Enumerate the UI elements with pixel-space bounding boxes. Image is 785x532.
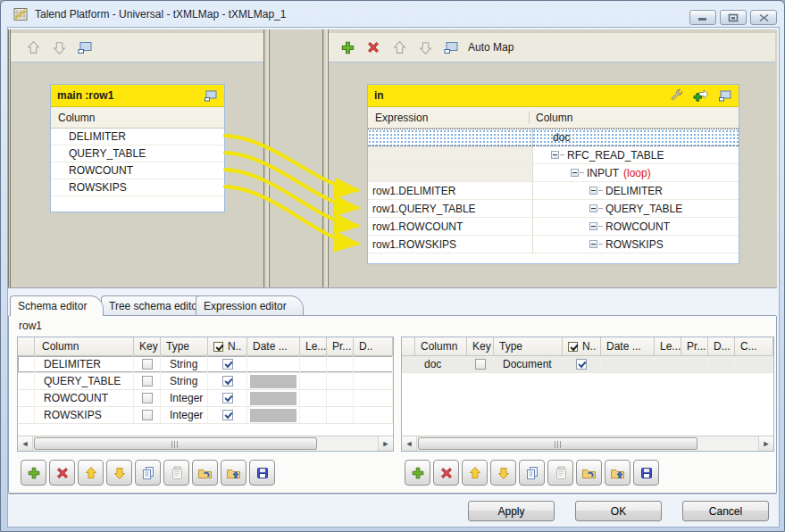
copy-button[interactable] [135,460,161,486]
cancel-button[interactable]: Cancel [682,501,769,521]
tree-row-doc[interactable]: doc [368,129,739,146]
tree-row-rowcount[interactable]: row1.ROWCOUNT ROWCOUNT [368,218,739,236]
nullable-checkbox[interactable] [222,376,233,387]
key-checkbox[interactable] [142,410,153,420]
minimize-table-icon[interactable] [204,89,218,102]
remove-button[interactable] [433,460,459,486]
nullable-checkbox[interactable] [576,359,587,370]
key-checkbox[interactable] [142,376,153,387]
tree-row-delimiter[interactable]: row1.DELIMITER DELIMITER [368,182,739,200]
input-table-header[interactable]: main :row1 [51,85,224,107]
input-row-rowskips[interactable]: ROWSKIPS [51,179,224,196]
add-column-icon[interactable] [693,88,709,104]
collapse-node-icon[interactable] [589,222,597,230]
scrollbar-thumb[interactable] [34,437,317,450]
remove-button[interactable] [49,460,75,486]
wrench-icon[interactable] [669,88,684,104]
plus-icon[interactable] [339,39,355,55]
scroll-left-button[interactable]: ◄ [402,436,417,451]
mapping-link[interactable] [225,153,357,208]
input-row-rowcount[interactable]: ROWCOUNT [51,162,224,179]
expression-cell[interactable] [368,129,533,145]
date-pattern-cell[interactable] [601,356,655,372]
move-up-button[interactable] [78,460,104,486]
ok-button[interactable]: OK [575,501,662,521]
paste-button[interactable] [163,460,189,486]
apply-button[interactable]: Apply [468,501,555,521]
schema-row-delimiter[interactable]: DELIMITER String [18,356,393,373]
window-icon[interactable] [77,39,93,55]
center-sash-right[interactable] [322,29,329,287]
arrow-down-icon[interactable] [417,39,433,55]
scroll-right-button[interactable]: ► [758,436,773,451]
collapse-node-icon[interactable] [551,151,559,159]
add-button[interactable] [405,460,430,486]
nullable-checkbox[interactable] [222,410,233,420]
date-pattern-cell[interactable] [247,390,300,406]
expression-cell[interactable]: row1.DELIMITER [368,182,533,199]
arrow-up-icon[interactable] [391,39,407,55]
tree-row-input-loop[interactable]: INPUT(loop) [368,164,739,182]
output-toolbar: Auto Map [329,33,775,62]
expression-cell[interactable]: row1.ROWSKIPS [368,236,533,253]
mapping-link[interactable] [225,170,357,226]
minimize-button[interactable] [689,10,716,25]
move-down-button[interactable] [106,460,132,486]
input-row-query-table[interactable]: QUERY_TABLE [51,145,224,162]
date-pattern-cell[interactable] [247,373,300,389]
tree-row-query-table[interactable]: row1.QUERY_TABLE QUERY_TABLE [368,200,739,218]
paste-button[interactable] [547,460,573,486]
scroll-right-button[interactable]: ► [378,436,393,451]
nullable-checkbox[interactable] [222,359,233,370]
schema-row-query-table[interactable]: QUERY_TABLE String [18,373,393,390]
tab-expression-editor[interactable]: Expression editor [196,295,304,315]
expression-cell[interactable]: row1.QUERY_TABLE [368,200,533,217]
copy-button[interactable] [519,460,545,486]
left-sash[interactable] [8,29,11,287]
output-table-header[interactable]: in [368,85,739,107]
export-button[interactable] [221,460,246,486]
date-pattern-cell[interactable] [247,356,300,372]
schema-row-rowskips[interactable]: ROWSKIPS Integer [18,407,393,424]
window-icon[interactable] [443,39,459,55]
key-checkbox[interactable] [475,359,486,370]
import-button[interactable] [192,460,218,486]
expression-cell[interactable]: row1.ROWCOUNT [368,218,533,235]
minimize-table-icon[interactable] [718,89,732,102]
tree-row-rfc-read-table[interactable]: RFC_READ_TABLE [368,146,739,164]
nullable-checkbox[interactable] [222,393,233,403]
move-up-button[interactable] [462,460,488,486]
arrow-down-icon[interactable] [51,39,67,55]
save-button[interactable] [633,460,659,486]
mapping-link[interactable] [225,136,357,190]
scroll-left-button[interactable]: ◄ [18,436,33,451]
collapse-node-icon[interactable] [589,204,597,212]
cross-icon[interactable] [365,39,381,55]
mapping-link[interactable] [225,187,357,244]
scrollbar-thumb[interactable] [418,437,697,450]
save-button[interactable] [249,460,275,486]
schema-row-rowcount[interactable]: ROWCOUNT Integer [18,390,393,407]
key-checkbox[interactable] [142,359,153,370]
schema-row-doc[interactable]: doc Document [402,356,773,373]
footer-separator [8,494,777,495]
collapse-node-icon[interactable] [589,240,597,248]
input-row-delimiter[interactable]: DELIMITER [51,129,224,145]
collapse-node-icon[interactable] [571,169,579,177]
collapse-node-icon[interactable] [589,187,597,195]
add-button[interactable] [21,460,46,486]
export-button[interactable] [605,460,631,486]
arrow-up-icon[interactable] [25,39,41,55]
center-sash-left[interactable] [263,29,270,287]
auto-map-button[interactable]: Auto Map [468,41,514,54]
import-button[interactable] [576,460,602,486]
close-button[interactable] [750,10,777,25]
key-checkbox[interactable] [142,393,153,403]
tree-row-rowskips[interactable]: row1.ROWSKIPS ROWSKIPS [368,236,739,254]
maximize-button[interactable] [720,10,747,25]
scrollbar-track[interactable] [33,436,378,451]
move-down-button[interactable] [490,460,516,486]
tab-schema-editor[interactable]: Schema editor [10,295,104,316]
scrollbar-track[interactable] [417,436,758,451]
date-pattern-cell[interactable] [247,407,300,423]
